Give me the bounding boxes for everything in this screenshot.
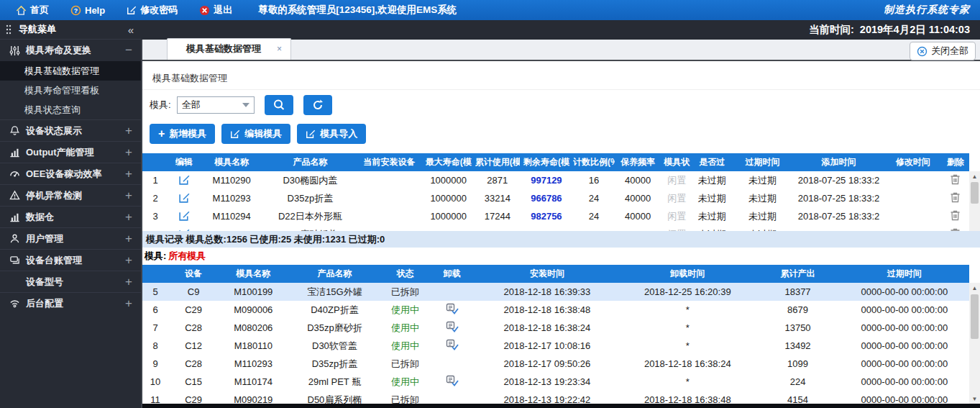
expand-plus-icon[interactable]: + [125,253,132,268]
expand-plus-icon[interactable]: + [125,296,132,311]
scrollbar-thumb[interactable] [971,182,979,204]
page-mold-basic-data: 模具基础数据管理 模具: 全部 + 新增模具 [142,61,980,408]
install-table-scrollbar[interactable]: ▲ ▼ [969,283,980,404]
table-row[interactable]: 3M110294D22日本外形瓶100000017244982756244000… [142,207,969,225]
cell-product: D30软管盖 [288,337,381,355]
sliders-icon [7,45,22,56]
logout-button[interactable]: 退出 [199,4,232,17]
cell-added: 2018-07-25 18:33:2 [793,171,884,189]
sidebar-collapse-button[interactable]: « [128,24,134,36]
cell-num: 10 [142,373,168,391]
sidebar-sub-item[interactable]: 模具基础数据管理 [0,61,141,81]
cell-mold: M180110 [219,337,288,355]
edit-row-icon[interactable] [168,171,200,189]
unload-mold-icon[interactable] [429,373,475,391]
sidebar-group-item[interactable]: Output产能管理+ [0,141,141,163]
edit-row-icon[interactable] [168,207,200,225]
cell-used: 13063 [475,225,520,231]
table-row[interactable]: 5C9M100199宝洁15G外罐已拆卸2018-12-18 16:39:332… [142,283,969,301]
expand-plus-icon[interactable]: + [125,275,132,289]
sidebar-group-item[interactable]: 用户管理+ [0,227,141,249]
refresh-icon [311,99,324,112]
cell-added: 2018-07-25 18:33:2 [793,207,884,225]
top-menu-bar: 首页 ? Help 修改密码 退出 尊敬的系统管理员[123456],欢迎使用E… [0,0,980,20]
sidebar-group-item[interactable]: OEE设备稼动效率+ [0,163,141,184]
chart-icon [7,147,22,158]
unload-mold-icon[interactable] [429,319,475,337]
import-mold-button[interactable]: 模具导入 [297,124,366,144]
add-mold-button[interactable]: + 新增模具 [150,124,215,144]
table-row[interactable]: 2M110293D35zp折盖1000000332149667862440000… [142,189,969,207]
sidebar-group-item[interactable]: 设备型号+ [0,271,141,292]
column-header: 修改时间 [884,153,942,171]
expand-plus-icon[interactable]: + [125,232,132,246]
table-row[interactable]: 7C28M080206D35zp磨砂折使用中2018-12-18 16:38:2… [142,319,969,337]
edit-row-icon[interactable] [168,189,200,207]
home-button[interactable]: 首页 [16,4,49,17]
cell-install: 2018-12-17 09:50:26 [475,355,619,373]
main-content: 模具基础数据管理 × 关闭全部 模具基础数据管理 模具: 全部 [141,40,980,408]
tab-close-icon[interactable]: × [277,44,282,54]
expand-plus-icon[interactable]: + [125,145,132,160]
sidebar-group-item[interactable]: 停机异常检测+ [0,184,141,206]
scrollbar-thumb[interactable] [971,294,979,339]
add-mold-label: 新增模具 [169,127,206,140]
chevron-down-icon [242,103,249,107]
unload-mold-icon[interactable] [429,337,475,355]
cell-expire_time: 未过期 [731,189,793,207]
delete-row-icon[interactable] [942,207,969,225]
search-button[interactable] [265,95,293,115]
cell-name: M110294 [200,207,263,225]
cell-added: 2018-07-25 18:33:2 [793,225,884,231]
expand-plus-icon[interactable]: + [125,124,132,138]
tab-mold-basic-data[interactable]: 模具基础数据管理 × [167,38,291,60]
sidebar-sub-item[interactable]: 模具寿命管理看板 [0,81,141,100]
help-button[interactable]: ? Help [70,5,105,16]
expand-plus-icon[interactable]: + [125,167,132,181]
column-header: 是否过 [692,153,731,171]
edit-mold-button[interactable]: 编辑模具 [221,124,290,144]
sidebar-group-item[interactable]: 设备状态展示+ [0,119,141,141]
cell-num: 2 [142,189,168,207]
cell-expire: 0000-00-00 00:00:00 [840,283,969,301]
expand-plus-icon[interactable]: + [125,210,132,225]
collapse-minus-icon[interactable]: − [125,43,132,58]
cell-expired: 未过期 [692,189,731,207]
wifi-icon [7,298,22,309]
table-row[interactable]: 11C29M090219D50扁系列椭已拆卸2018-12-13 19:22:4… [142,391,969,404]
mold-table-scrollbar[interactable]: ▲ [969,171,980,231]
unload-mold-icon[interactable] [429,301,475,319]
close-all-tabs-button[interactable]: 关闭全部 [910,42,976,60]
sidebar-group-item[interactable]: 后台配置+ [0,292,141,314]
expand-plus-icon[interactable]: + [125,189,132,203]
delete-row-icon[interactable] [942,171,969,189]
sidebar-sub-item[interactable]: 模具状态查询 [0,100,141,119]
cell-remain: 997129 [520,171,573,189]
table-row[interactable]: 1M110290D30椭圆内盖100000028719971291640000闲… [142,171,969,189]
table-row[interactable]: 8C12M180110D30软管盖使用中2018-12-17 10:08:16*… [142,337,969,355]
scroll-up-icon[interactable]: ▲ [969,171,980,181]
edit-row-icon[interactable] [168,225,200,231]
page-title: 模具基础数据管理 [142,61,980,90]
table-row[interactable]: 9C28M110293D35zp折盖已拆卸2018-12-17 09:50:26… [142,355,969,373]
cell-max: 1000000 [422,207,475,225]
sidebar-group-item[interactable]: 模具寿命及更换− [0,40,141,61]
sidebar-group-item[interactable]: 数据仓+ [0,206,141,227]
cell-output: 8679 [756,301,839,319]
column-header: 产品名称 [288,265,381,283]
mold-filter-selected-value: 全部 [182,99,201,112]
table-row[interactable]: 10C15M11017429ml PET 瓶使用中2018-12-13 19:2… [142,373,969,391]
mold-filter-select[interactable]: 全部 [177,96,255,114]
change-password-button[interactable]: 修改密码 [127,4,178,17]
cell-status: 已拆卸 [382,283,429,301]
delete-row-icon[interactable] [942,225,969,231]
cell-output: 224 [756,373,839,391]
table-row[interactable]: 4M110306D50磨砂折盖1000000130639869371640000… [142,225,969,231]
delete-row-icon[interactable] [942,189,969,207]
scroll-down-icon[interactable]: ▼ [969,394,980,404]
scroll-up-icon[interactable]: ▲ [969,283,980,293]
table-row[interactable]: 6C29M090006D40ZP折盖使用中2018-12-18 16:38:48… [142,301,969,319]
sidebar-group-item[interactable]: 设备台账管理+ [0,249,141,271]
cell-install: 2018-12-13 19:22:42 [475,391,619,404]
refresh-button[interactable] [303,95,332,115]
